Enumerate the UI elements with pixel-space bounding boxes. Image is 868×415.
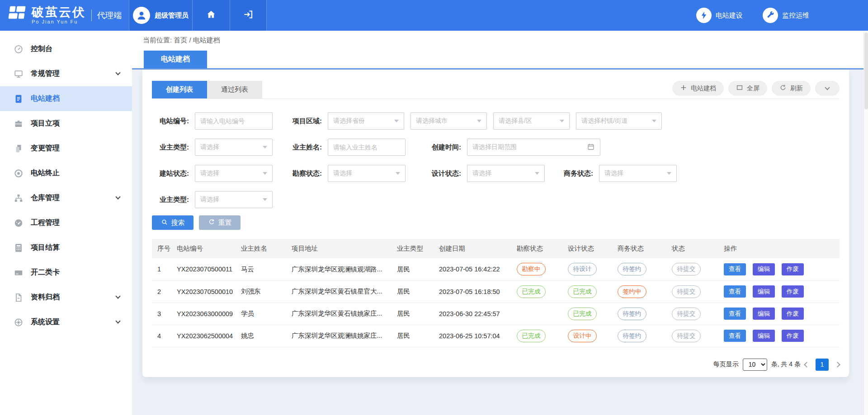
filter-label: 商务状态: (545, 169, 599, 178)
card-icon (14, 268, 24, 278)
chevron-down-icon (115, 70, 120, 75)
search-icon (161, 219, 168, 227)
void-button[interactable]: 作废 (782, 263, 804, 275)
search-button[interactable]: 搜索 (152, 215, 193, 230)
reset-icon (208, 219, 215, 227)
sidebar-item-warehouse-mgmt[interactable]: 仓库管理 (0, 186, 132, 210)
user-menu[interactable]: 超级管理员 (129, 0, 192, 31)
sidebar-item-project-settlement[interactable]: 项目结算 (0, 235, 132, 260)
void-button[interactable]: 作废 (782, 285, 804, 298)
view-button[interactable]: 查看 (724, 330, 746, 342)
status-badge: 勘察中 (517, 263, 546, 275)
filter-label: 业主类型: (152, 143, 195, 152)
edit-button[interactable]: 编辑 (753, 285, 775, 298)
app-window: 破茧云伏 Po Jian Yun Fu 代理端 超级管理员 (0, 0, 868, 415)
prev-page-button[interactable] (804, 362, 810, 368)
village-select[interactable]: 请选择村镇/街道 (576, 112, 662, 130)
tab-passed-list[interactable]: 通过列表 (207, 81, 262, 98)
sidebar-item-system-settings[interactable]: 系统设置 (0, 310, 132, 335)
void-button[interactable]: 作废 (782, 330, 804, 342)
chevron-down-icon (115, 318, 120, 323)
owner-type-select[interactable]: 请选择 (195, 139, 273, 156)
view-button[interactable]: 查看 (724, 263, 746, 275)
caret-down-icon (263, 146, 267, 149)
page-number-button[interactable]: 1 (816, 359, 829, 371)
dashboard-icon (14, 44, 24, 54)
table-row: 3 YX2023063000009 学员 广东深圳龙华区黄石镇姚家庄... 居民… (152, 303, 840, 325)
refresh-button[interactable]: 刷新 (772, 81, 811, 96)
survey-status-select[interactable]: 请选择 (328, 165, 406, 182)
station-no-input[interactable] (195, 112, 273, 130)
app-subtitle: Po Jian Yun Fu (32, 19, 86, 25)
county-select[interactable]: 请选择县/区 (493, 112, 570, 130)
col-owner-name: 业主姓名 (236, 239, 287, 258)
sidebar-item-console[interactable]: 控制台 (0, 37, 132, 61)
view-button[interactable]: 查看 (724, 285, 746, 298)
create-station-button[interactable]: 电站建档 (672, 81, 724, 96)
caret-down-icon (263, 172, 267, 175)
sidebar-item-label: 工程管理 (31, 218, 60, 228)
chevron-down-icon (115, 194, 120, 199)
province-select[interactable]: 请选择省份 (328, 112, 404, 130)
page-tab-station-archive[interactable]: 电站建档 (144, 51, 207, 68)
col-created: 创建日期 (434, 239, 512, 258)
plus-icon (680, 84, 687, 93)
owner-type-select-2[interactable]: 请选择 (195, 191, 273, 208)
tab-create-list[interactable]: 创建列表 (152, 81, 207, 98)
home-button[interactable] (192, 0, 230, 31)
nav-monitoring-ops[interactable]: 监控运维 (763, 8, 809, 23)
owner-name-input[interactable] (328, 139, 406, 156)
avatar (133, 7, 150, 24)
table-row: 2 YX2023070500010 刘强东 广东深圳龙华区黄石镇星官大... 居… (152, 280, 840, 303)
sidebar-item-project-initiation[interactable]: 项目立项 (0, 111, 132, 136)
sidebar-item-label: 项目结算 (31, 243, 60, 252)
col-address: 项目地址 (287, 239, 392, 258)
col-actions: 操作 (719, 239, 840, 258)
city-select[interactable]: 请选择城市 (410, 112, 487, 130)
sidebar-item-engineering-mgmt[interactable]: 工程管理 (0, 210, 132, 235)
sidebar-item-station-termination[interactable]: 电站终止 (0, 161, 132, 186)
collapse-toolbar-button[interactable] (815, 81, 840, 96)
design-status-select[interactable]: 请选择 (467, 165, 545, 182)
status-badge: 已完成 (568, 308, 597, 320)
total-count-label: 条, 共 4 条 (771, 360, 801, 368)
table-header-row: 序号 电站编号 业主姓名 项目地址 业主类型 创建日期 勘察状态 设计状态 商务… (152, 239, 840, 258)
sidebar-item-label: 控制台 (31, 44, 52, 54)
chevron-down-icon (115, 294, 120, 298)
sidebar-item-general-mgmt[interactable]: 常规管理 (0, 61, 132, 86)
caret-down-icon (477, 120, 481, 122)
view-button[interactable]: 查看 (724, 308, 746, 320)
nav-station-construction[interactable]: 电站建设 (696, 8, 743, 23)
build-status-select[interactable]: 请选择 (195, 165, 273, 182)
scrollbar-thumb[interactable] (864, 33, 868, 109)
business-status-select[interactable]: 请选择 (599, 165, 677, 182)
breadcrumb: 当前位置: 首页 / 电站建档 (132, 31, 868, 50)
sidebar-item-label: 电站建档 (31, 94, 60, 103)
sidebar-item-data-archiving[interactable]: 资料归档 (0, 285, 132, 310)
status-badge: 已完成 (568, 285, 597, 298)
sidebar-item-label: 电站终止 (31, 168, 60, 178)
date-range-input[interactable]: 请选择日期范围 (467, 139, 600, 156)
list-tabs: 创建列表 通过列表 (152, 81, 262, 98)
next-page-button[interactable] (835, 362, 840, 368)
per-page-select[interactable]: 10 (743, 359, 767, 371)
edit-button[interactable]: 编辑 (753, 263, 775, 275)
sidebar-item-change-mgmt[interactable]: 变更管理 (0, 136, 132, 161)
logout-button[interactable] (230, 0, 267, 31)
sidebar-item-station-archive[interactable]: 电站建档 (0, 86, 132, 111)
portal-label: 代理端 (97, 10, 122, 21)
fullscreen-icon (736, 84, 743, 93)
sidebar-item-label: 开二类卡 (31, 268, 60, 277)
edit-button[interactable]: 编辑 (753, 308, 775, 320)
void-button[interactable]: 作废 (782, 308, 804, 320)
sidebar-item-open-class2-card[interactable]: 开二类卡 (0, 260, 132, 285)
gear-icon (14, 317, 24, 327)
edit-button[interactable]: 编辑 (753, 330, 775, 342)
caret-down-icon (560, 120, 564, 122)
reset-button[interactable]: 重置 (199, 215, 241, 230)
nav-item-label: 电站建设 (716, 11, 743, 20)
scrollbar[interactable] (863, 31, 868, 415)
calculator-icon (14, 243, 24, 253)
chevron-down-icon (825, 85, 830, 90)
fullscreen-button[interactable]: 全屏 (728, 81, 767, 96)
